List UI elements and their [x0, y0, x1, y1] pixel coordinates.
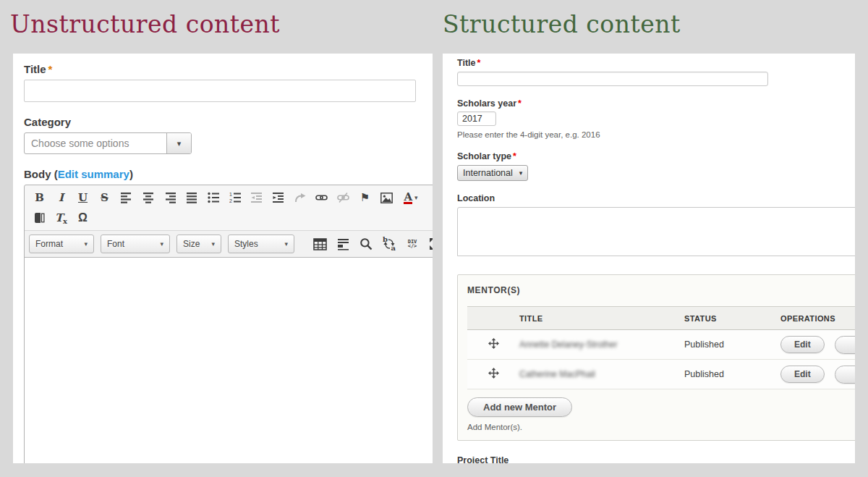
align-center-icon — [142, 193, 154, 203]
image-icon — [380, 193, 393, 203]
book-button[interactable] — [29, 208, 50, 227]
italic-icon: I — [59, 191, 64, 204]
operations-column-header: OPERATIONS — [780, 307, 855, 330]
align-right-icon — [164, 193, 176, 203]
unlink-button[interactable] — [333, 188, 354, 207]
drag-column-header — [467, 307, 519, 330]
clipped-operation-button[interactable] — [835, 336, 855, 354]
mentor-title-blurred: Annette Delaney-Strother — [519, 339, 617, 350]
edit-summary-link[interactable]: Edit summary — [58, 168, 129, 180]
styles-dropdown[interactable]: Styles▾ — [228, 235, 294, 253]
scholar-type-value: International — [463, 168, 513, 178]
strikethrough-button[interactable]: S — [94, 188, 115, 207]
link-icon — [315, 192, 328, 203]
underline-icon: U — [78, 191, 88, 204]
category-select[interactable]: Choose some options ▾ — [24, 132, 192, 154]
required-asterisk: * — [518, 98, 522, 109]
location-label: Location — [457, 193, 855, 203]
mentors-legend: MENTOR(S) — [467, 285, 855, 295]
toolbar-row-2: Tx Ω — [25, 208, 433, 230]
edit-button[interactable]: Edit — [780, 336, 825, 353]
indent-button[interactable] — [268, 188, 289, 207]
wysiwyg-editor: B I U S 12 ⚑ A▾ Tx Ω Format▾ — [24, 185, 433, 463]
category-label: Category — [24, 116, 433, 128]
title-column-header: TITLE — [519, 307, 684, 330]
structured-form-panel: Title* Scholars year* Please enter the 4… — [443, 54, 855, 463]
scholars-year-help: Please enter the 4-digit year, e.g. 2016 — [457, 130, 855, 139]
mentor-row: Annette Delaney-Strother Published Edit — [467, 330, 855, 360]
chevron-down-icon: ▾ — [414, 194, 418, 201]
underline-button[interactable]: U — [72, 188, 93, 207]
chevron-down-icon: ▾ — [84, 240, 88, 248]
horizontal-line-icon — [337, 238, 349, 250]
unlink-icon — [337, 192, 349, 203]
chevron-down-icon[interactable]: ▾ — [166, 133, 191, 153]
required-asterisk: * — [48, 63, 53, 75]
special-character-button[interactable]: Ω — [72, 208, 93, 227]
link-button[interactable] — [311, 188, 332, 207]
forward-arrow-icon — [294, 193, 306, 203]
format-dropdown[interactable]: Format▾ — [29, 235, 94, 253]
title-label-left: Title* — [24, 63, 433, 75]
mentor-row: Catherine MacPhail Published Edit — [467, 360, 855, 389]
mentors-header-row: TITLE STATUS OPERATIONS — [467, 307, 855, 330]
chevron-down-icon: ▾ — [284, 240, 288, 248]
svg-text:1: 1 — [229, 192, 232, 197]
scholar-type-label: Scholar type* — [457, 151, 855, 161]
justify-icon — [186, 193, 197, 203]
chevron-down-icon: ▾ — [160, 240, 163, 248]
mentor-status: Published — [684, 360, 780, 389]
search-icon — [359, 237, 373, 250]
editor-content-area[interactable] — [25, 258, 433, 463]
add-new-mentor-button[interactable]: Add new Mentor — [467, 397, 572, 417]
align-right-button[interactable] — [159, 188, 180, 207]
unstructured-heading: Unstructured content — [10, 10, 280, 38]
title-label-right: Title* — [457, 58, 855, 68]
text-color-button[interactable]: A▾ — [398, 188, 424, 207]
size-dropdown[interactable]: Size▾ — [176, 235, 221, 253]
outdent-button[interactable] — [246, 188, 267, 207]
bold-button[interactable]: B — [29, 188, 50, 207]
remove-format-button[interactable]: Tx — [51, 208, 72, 227]
title-input[interactable] — [24, 80, 416, 102]
forward-arrow-button[interactable] — [289, 188, 310, 207]
clipped-operation-button[interactable] — [835, 366, 855, 384]
location-textarea[interactable] — [457, 207, 855, 256]
drag-handle-icon[interactable] — [488, 368, 499, 379]
justify-button[interactable] — [181, 188, 202, 207]
search-button[interactable] — [357, 235, 375, 253]
font-dropdown[interactable]: Font▾ — [101, 235, 170, 253]
horizontal-line-button[interactable] — [334, 235, 352, 253]
required-asterisk: * — [477, 58, 480, 68]
edit-button[interactable]: Edit — [780, 366, 825, 383]
align-center-button[interactable] — [137, 188, 158, 207]
div-container-button[interactable]: DIV</> — [404, 235, 421, 253]
book-icon — [33, 212, 46, 224]
table-icon — [313, 238, 327, 250]
numbered-list-button[interactable]: 12 — [224, 188, 245, 207]
remove-format-icon: Tx — [55, 211, 67, 225]
bulleted-list-button[interactable] — [203, 188, 224, 207]
title-input[interactable] — [457, 72, 768, 86]
maximize-button[interactable] — [427, 235, 433, 253]
scholars-year-input[interactable] — [457, 111, 496, 126]
indent-icon — [273, 193, 284, 203]
drag-handle-icon[interactable] — [488, 338, 499, 349]
mentors-help-text: Add Mentor(s). — [467, 423, 855, 431]
page: { "ui": { "caret_down": "▾" }, "colors":… — [0, 0, 868, 477]
mentor-title-blurred: Catherine MacPhail — [519, 369, 595, 379]
image-button[interactable] — [376, 188, 397, 207]
replace-button[interactable]: ba — [380, 235, 398, 253]
align-left-button[interactable] — [116, 188, 137, 207]
omega-icon: Ω — [78, 211, 88, 224]
strikethrough-icon: S — [101, 191, 109, 204]
numbered-list-icon: 12 — [229, 192, 241, 203]
scholar-type-select[interactable]: International ▾ — [457, 165, 528, 181]
replace-icon: ba — [382, 237, 396, 251]
div-container-icon: DIV</> — [408, 240, 417, 248]
italic-button[interactable]: I — [51, 188, 72, 207]
flag-icon: ⚑ — [360, 191, 370, 204]
table-button[interactable] — [311, 235, 328, 253]
anchor-button[interactable]: ⚑ — [354, 188, 375, 207]
text-color-icon: A — [404, 192, 412, 204]
